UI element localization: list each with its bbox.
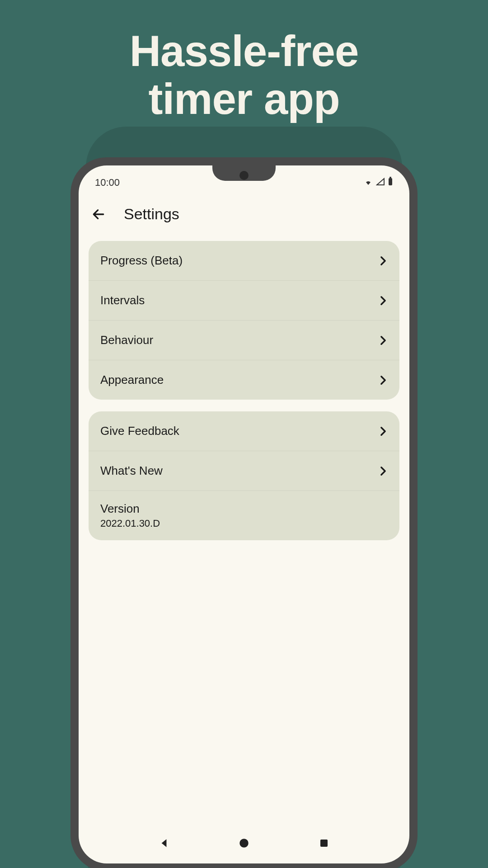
settings-item-label: Give Feedback (100, 424, 179, 438)
settings-item-whats-new[interactable]: What's New (89, 451, 399, 491)
chevron-right-icon (379, 336, 388, 345)
system-nav-bar (79, 823, 409, 863)
signal-icon (376, 177, 385, 189)
settings-item-feedback[interactable]: Give Feedback (89, 411, 399, 451)
chevron-right-icon (379, 427, 388, 436)
svg-point-2 (239, 839, 249, 848)
nav-recents-button[interactable] (317, 836, 331, 850)
settings-item-appearance[interactable]: Appearance (89, 360, 399, 400)
chevron-right-icon (379, 296, 388, 305)
headline-line-1: Hassle-free (0, 27, 488, 75)
settings-group-1: Progress (Beta) Intervals Behaviour (89, 241, 399, 400)
nav-back-button[interactable] (157, 836, 171, 850)
square-icon (319, 838, 329, 849)
svg-rect-3 (320, 840, 328, 847)
version-value: 2022.01.30.D (100, 518, 388, 529)
settings-content: Progress (Beta) Intervals Behaviour (79, 234, 409, 559)
version-label: Version (100, 502, 388, 516)
circle-icon (238, 837, 250, 849)
chevron-right-icon (379, 467, 388, 476)
settings-item-label: Behaviour (100, 333, 153, 347)
arrow-left-icon (91, 207, 106, 222)
settings-item-behaviour[interactable]: Behaviour (89, 321, 399, 360)
settings-group-2: Give Feedback What's New Version 2022.01… (89, 411, 399, 540)
settings-item-label: Appearance (100, 373, 164, 387)
settings-item-label: What's New (100, 464, 163, 478)
svg-rect-1 (389, 177, 391, 178)
settings-item-intervals[interactable]: Intervals (89, 281, 399, 321)
phone-frame: 10:00 Settings (70, 157, 418, 868)
phone-screen: 10:00 Settings (79, 165, 409, 863)
settings-item-label: Progress (Beta) (100, 254, 183, 268)
triangle-left-icon (158, 837, 170, 849)
battery-icon (388, 177, 393, 189)
settings-item-label: Intervals (100, 293, 145, 307)
settings-item-progress[interactable]: Progress (Beta) (89, 241, 399, 281)
headline-line-2: timer app (0, 75, 488, 123)
page-title: Settings (124, 205, 179, 223)
phone-notch (212, 165, 276, 181)
promo-headline: Hassle-free timer app (0, 0, 488, 123)
settings-item-version: Version 2022.01.30.D (89, 491, 399, 540)
app-bar: Settings (79, 192, 409, 234)
status-icons (363, 177, 393, 189)
back-button[interactable] (91, 207, 106, 222)
nav-home-button[interactable] (237, 836, 251, 850)
chevron-right-icon (379, 376, 388, 385)
chevron-right-icon (379, 256, 388, 265)
wifi-icon (363, 177, 373, 189)
svg-rect-0 (389, 178, 392, 185)
status-time: 10:00 (95, 177, 120, 189)
